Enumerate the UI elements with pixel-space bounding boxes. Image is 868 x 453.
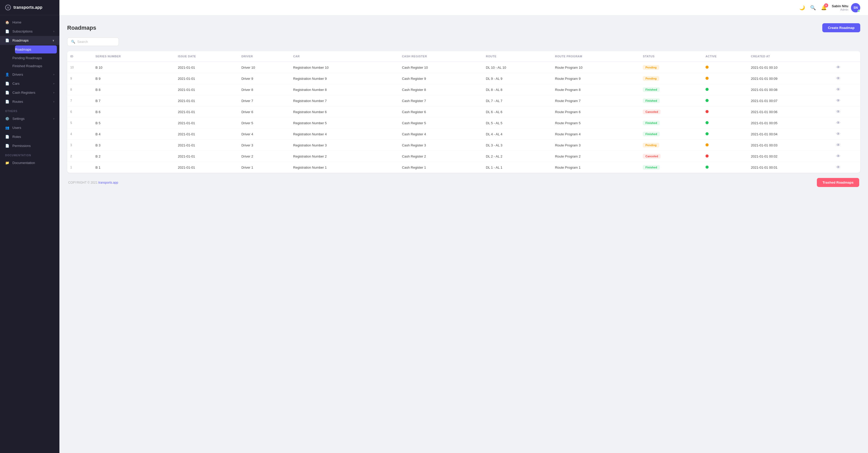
cell-driver: Driver 4: [238, 129, 290, 140]
user-role: Admin: [832, 8, 848, 11]
cell-car: Registration Number 2: [290, 151, 399, 162]
view-icon[interactable]: 👁: [836, 87, 840, 92]
cell-created-at: 2021-01-01 00:01: [748, 162, 833, 173]
cell-view[interactable]: 👁: [833, 95, 860, 106]
cell-created-at: 2021-01-01 00:05: [748, 118, 833, 129]
search-input[interactable]: [77, 40, 115, 44]
table-header: ID SERIES NUMBER ISSUE DATE DRIVER CAR C…: [67, 51, 860, 62]
roadmaps-submenu: Roadmaps Pending Roadmaps Finished Roadm…: [0, 45, 59, 70]
chevron-routes-icon: ›: [54, 100, 54, 103]
cell-view[interactable]: 👁: [833, 106, 860, 118]
cell-created-at: 2021-01-01 00:07: [748, 95, 833, 106]
view-icon[interactable]: 👁: [836, 143, 840, 147]
col-car: CAR: [290, 51, 399, 62]
cell-issue-date: 2021-01-01: [175, 162, 239, 173]
sidebar-item-roadmaps-list[interactable]: Roadmaps: [15, 45, 57, 54]
sidebar-item-home[interactable]: 🏠 Home: [0, 18, 59, 27]
cell-view[interactable]: 👁: [833, 151, 860, 162]
cell-view[interactable]: 👁: [833, 129, 860, 140]
view-icon[interactable]: 👁: [836, 154, 840, 158]
sidebar-item-pending-roadmaps[interactable]: Pending Roadmaps: [12, 54, 59, 62]
cell-driver: Driver 5: [238, 118, 290, 129]
chevron-cash-registers-icon: ›: [54, 91, 54, 94]
cell-id: 8: [67, 84, 92, 95]
sidebar-item-users[interactable]: 👥 Users: [0, 123, 59, 132]
avatar-initials: SN: [854, 6, 858, 9]
table-row: 1 B 1 2021-01-01 Driver 1 Registration N…: [67, 162, 860, 173]
cell-view[interactable]: 👁: [833, 73, 860, 84]
sidebar-item-documentation[interactable]: 📁 Documentation: [0, 158, 59, 167]
cell-route-program: Route Program 2: [552, 151, 640, 162]
status-badge: Finished: [643, 132, 659, 136]
view-icon[interactable]: 👁: [836, 121, 840, 125]
sidebar-item-cars[interactable]: 📄 Cars ›: [0, 79, 59, 88]
cell-id: 3: [67, 140, 92, 151]
cell-cash-register: Cash Register 3: [399, 140, 483, 151]
col-route-program: ROUTE PROGRAM: [552, 51, 640, 62]
col-active: ACTIVE: [703, 51, 748, 62]
col-route: ROUTE: [483, 51, 552, 62]
doc-section-label: DOCUMENTATION: [0, 150, 59, 158]
col-actions: [833, 51, 860, 62]
sidebar-label-cars: Cars: [12, 82, 20, 86]
cell-view[interactable]: 👁: [833, 118, 860, 129]
cell-route: DL 10 - AL 10: [483, 62, 552, 73]
roadmaps-table: ID SERIES NUMBER ISSUE DATE DRIVER CAR C…: [67, 51, 860, 173]
view-icon[interactable]: 👁: [836, 132, 840, 136]
sidebar-item-permissions[interactable]: 📄 Permissions: [0, 141, 59, 150]
search-box: 🔍: [67, 37, 119, 46]
view-icon[interactable]: 👁: [836, 98, 840, 103]
cell-created-at: 2021-01-01 00:06: [748, 106, 833, 118]
topbar-user: Sabin Nitu Admin SN: [832, 3, 860, 12]
sidebar-label-subscriptions: Subscriptions: [12, 29, 33, 33]
sidebar-item-drivers[interactable]: 👤 Drivers ›: [0, 70, 59, 79]
sidebar-nav: 🏠 Home 📄 Subscriptions › 📄 Roadmaps ∨ Ro…: [0, 15, 59, 453]
view-icon[interactable]: 👁: [836, 165, 840, 169]
active-dot: [706, 110, 709, 113]
cell-view[interactable]: 👁: [833, 62, 860, 73]
cell-view[interactable]: 👁: [833, 162, 860, 173]
cell-issue-date: 2021-01-01: [175, 140, 239, 151]
app-logo[interactable]: ⊙ transports.app: [0, 0, 59, 15]
sidebar-item-finished-roadmaps[interactable]: Finished Roadmaps: [12, 62, 59, 70]
theme-toggle-icon[interactable]: 🌙: [799, 5, 805, 10]
table-body: 10 B 10 2021-01-01 Driver 10 Registratio…: [67, 62, 860, 173]
cell-issue-date: 2021-01-01: [175, 84, 239, 95]
table-row: 7 B 7 2021-01-01 Driver 7 Registration N…: [67, 95, 860, 106]
view-icon[interactable]: 👁: [836, 109, 840, 114]
cell-created-at: 2021-01-01 00:04: [748, 129, 833, 140]
create-roadmap-button[interactable]: Create Roadmap: [822, 23, 860, 32]
cell-car: Registration Number 3: [290, 140, 399, 151]
notification-button[interactable]: 🔔 5: [821, 5, 827, 10]
cell-status: Pending: [640, 140, 703, 151]
cell-status: Pending: [640, 73, 703, 84]
cell-route: DL 8 - AL 8: [483, 84, 552, 95]
sidebar-item-settings[interactable]: ⚙️ Settings ›: [0, 114, 59, 123]
cell-route-program: Route Program 1: [552, 162, 640, 173]
view-icon[interactable]: 👁: [836, 65, 840, 69]
sidebar-item-cash-registers[interactable]: 📄 Cash Registers ›: [0, 88, 59, 97]
sidebar-item-roles[interactable]: 📄 Roles: [0, 132, 59, 141]
footer-link[interactable]: transports.app: [98, 181, 118, 185]
view-icon[interactable]: 👁: [836, 76, 840, 80]
sidebar-item-routes[interactable]: 📄 Routes ›: [0, 97, 59, 106]
sidebar-item-roadmaps[interactable]: 📄 Roadmaps ∨: [0, 36, 59, 45]
cell-view[interactable]: 👁: [833, 84, 860, 95]
search-icon[interactable]: 🔍: [810, 5, 816, 10]
cell-car: Registration Number 8: [290, 84, 399, 95]
roadmaps-icon: 📄: [5, 38, 9, 42]
sidebar-label-roles: Roles: [12, 135, 21, 139]
cell-created-at: 2021-01-01 00:10: [748, 62, 833, 73]
sidebar-label-settings: Settings: [12, 117, 25, 121]
cell-route-program: Route Program 8: [552, 84, 640, 95]
status-badge: Finished: [643, 98, 659, 103]
cell-route-program: Route Program 5: [552, 118, 640, 129]
status-badge: Canceled: [643, 109, 660, 114]
trashed-roadmaps-button[interactable]: Trashed Roadmaps: [817, 178, 859, 187]
sidebar-item-subscriptions[interactable]: 📄 Subscriptions ›: [0, 27, 59, 36]
routes-icon: 📄: [5, 100, 9, 103]
cell-view[interactable]: 👁: [833, 140, 860, 151]
col-driver: DRIVER: [238, 51, 290, 62]
avatar[interactable]: SN: [851, 3, 860, 12]
cell-created-at: 2021-01-01 00:09: [748, 73, 833, 84]
